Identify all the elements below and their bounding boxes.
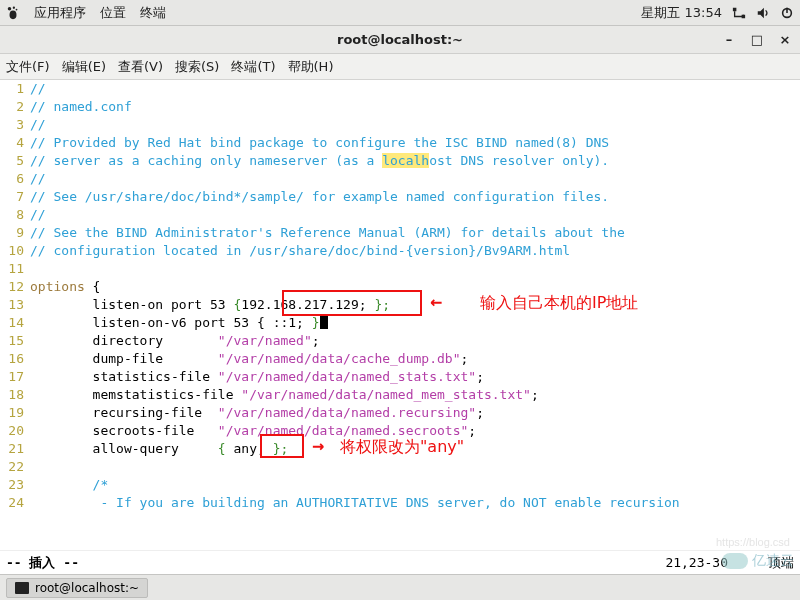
menu-terminal[interactable]: 终端(T) xyxy=(231,58,275,76)
menu-help[interactable]: 帮助(H) xyxy=(288,58,334,76)
window-title: root@localhost:~ xyxy=(0,32,800,47)
terminal-menubar: 文件(F) 编辑(E) 查看(V) 搜索(S) 终端(T) 帮助(H) xyxy=(0,54,800,80)
terminal-icon xyxy=(15,582,29,594)
gnome-foot-icon[interactable] xyxy=(6,5,20,21)
svg-rect-4 xyxy=(733,8,737,12)
taskbar-item-label: root@localhost:~ xyxy=(35,581,139,595)
taskbar-item-terminal[interactable]: root@localhost:~ xyxy=(6,578,148,598)
power-icon[interactable] xyxy=(780,5,794,21)
svg-point-3 xyxy=(10,11,17,20)
menu-terminal-top[interactable]: 终端 xyxy=(140,4,166,22)
cloud-icon xyxy=(722,553,748,569)
menu-places[interactable]: 位置 xyxy=(100,4,126,22)
clock[interactable]: 星期五 13:54 xyxy=(641,4,722,22)
network-icon[interactable] xyxy=(732,5,746,21)
menu-search[interactable]: 搜索(S) xyxy=(175,58,219,76)
vim-mode: -- 插入 -- xyxy=(6,554,79,572)
maximize-button[interactable]: □ xyxy=(750,33,764,47)
vim-status-line: -- 插入 -- 21,23-30 顶端 xyxy=(0,550,800,574)
vim-cursor-position: 21,23-30 xyxy=(665,555,728,570)
window-titlebar[interactable]: root@localhost:~ – □ × xyxy=(0,26,800,54)
svg-point-2 xyxy=(16,9,18,11)
svg-point-0 xyxy=(8,7,12,11)
menu-applications[interactable]: 应用程序 xyxy=(34,4,86,22)
watermark-logo: 亿速云 xyxy=(722,552,794,570)
minimize-button[interactable]: – xyxy=(722,33,736,47)
editor-viewport[interactable]: 1// 2// named.conf 3// 4// Provided by R… xyxy=(0,80,800,550)
text-cursor xyxy=(320,314,328,329)
menu-file[interactable]: 文件(F) xyxy=(6,58,50,76)
gnome-bottom-panel: root@localhost:~ xyxy=(0,574,800,600)
gnome-top-panel: 应用程序 位置 终端 星期五 13:54 xyxy=(0,0,800,26)
svg-point-1 xyxy=(13,7,15,9)
menu-edit[interactable]: 编辑(E) xyxy=(62,58,106,76)
watermark-faint: https://blog.csd xyxy=(716,536,790,548)
volume-icon[interactable] xyxy=(756,5,770,21)
menu-view[interactable]: 查看(V) xyxy=(118,58,163,76)
close-button[interactable]: × xyxy=(778,33,792,47)
